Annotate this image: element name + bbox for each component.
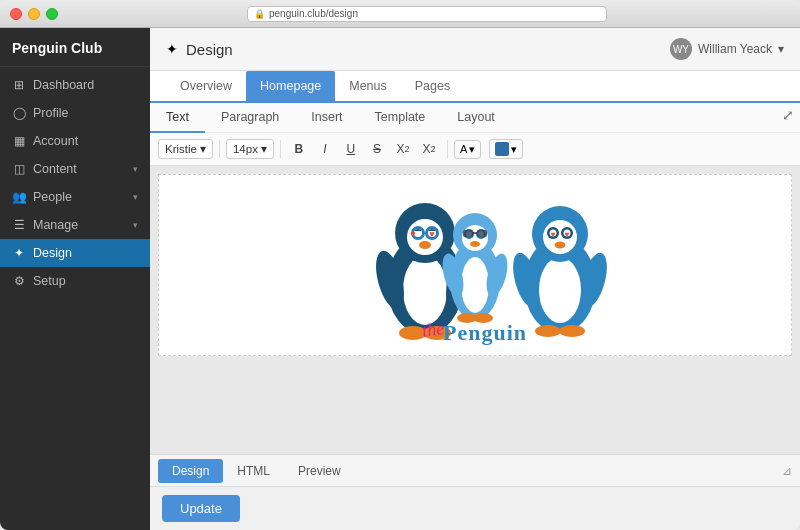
sidebar: Penguin Club ⊞ Dashboard ◯ Profile ▦ Acc… (0, 28, 150, 530)
tabs-bar: Overview Homepage Menus Pages (150, 71, 800, 103)
resize-handle-icon[interactable]: ⊿ (782, 464, 792, 478)
text-color-label: A (460, 143, 467, 155)
sidebar-item-manage[interactable]: ☰ Manage ▾ (0, 211, 150, 239)
svg-point-23 (470, 241, 480, 247)
svg-text:♥: ♥ (565, 230, 570, 239)
chevron-down-icon: ▾ (133, 164, 138, 174)
url-text: penguin.club/design (269, 8, 358, 19)
subscript-button[interactable]: X2 (417, 137, 441, 161)
content-icon: ◫ (12, 162, 26, 176)
svg-text:the: the (421, 318, 446, 341)
app-container: Penguin Club ⊞ Dashboard ◯ Profile ▦ Acc… (0, 28, 800, 530)
user-dropdown-icon: ▾ (778, 42, 784, 56)
toolbar-tab-text[interactable]: Text (150, 103, 205, 133)
font-size-dropdown-icon: ▾ (261, 142, 267, 156)
separator (447, 140, 448, 158)
bg-color-dropdown: ▾ (511, 143, 517, 156)
font-size-selector[interactable]: 14px ▾ (226, 139, 274, 159)
sidebar-nav: ⊞ Dashboard ◯ Profile ▦ Account ◫ Conten… (0, 67, 150, 530)
svg-point-39 (555, 242, 566, 249)
tab-homepage[interactable]: Homepage (246, 71, 335, 103)
design-page-icon: ✦ (166, 41, 178, 57)
avatar-initials: WY (673, 44, 689, 55)
avatar: WY (670, 38, 692, 60)
url-bar-area: 🔒 penguin.club/design (64, 6, 790, 22)
sidebar-item-people[interactable]: 👥 People ▾ (0, 183, 150, 211)
sidebar-item-label: Dashboard (33, 78, 94, 92)
bg-color-swatch (495, 142, 509, 156)
svg-point-34 (543, 220, 577, 254)
traffic-lights (10, 8, 58, 20)
design-icon: ✦ (12, 246, 26, 260)
profile-icon: ◯ (12, 106, 26, 120)
update-button[interactable]: Update (162, 495, 240, 522)
penguin-image: ♥ ♥ (159, 175, 791, 355)
sidebar-item-content[interactable]: ◫ Content ▾ (0, 155, 150, 183)
tab-overview[interactable]: Overview (166, 71, 246, 103)
svg-point-42 (535, 325, 561, 337)
sidebar-item-profile[interactable]: ◯ Profile (0, 99, 150, 127)
svg-rect-29 (477, 230, 487, 237)
url-bar[interactable]: 🔒 penguin.club/design (247, 6, 607, 22)
svg-point-8 (419, 241, 431, 249)
sidebar-item-label: Account (33, 134, 78, 148)
toolbar-tabs: Text Paragraph Insert Template Layout ⤢ (150, 103, 800, 133)
sidebar-item-account[interactable]: ▦ Account (0, 127, 150, 155)
font-size-value: 14px (233, 143, 258, 155)
toolbar-controls: Kristie ▾ 14px ▾ B I U S X2 X2 (150, 133, 800, 165)
italic-button[interactable]: I (313, 137, 337, 161)
tab-preview[interactable]: Preview (284, 459, 355, 483)
maximize-button[interactable] (46, 8, 58, 20)
expand-icon[interactable]: ⤢ (776, 103, 800, 127)
sidebar-item-setup[interactable]: ⚙ Setup (0, 267, 150, 295)
toolbar-tab-paragraph[interactable]: Paragraph (205, 103, 295, 133)
sidebar-item-label: People (33, 190, 72, 204)
page-header-left: ✦ Design (166, 41, 233, 58)
chevron-down-icon: ▾ (133, 192, 138, 202)
underline-button[interactable]: U (339, 137, 363, 161)
user-area[interactable]: WY William Yeack ▾ (670, 38, 784, 60)
setup-icon: ⚙ (12, 274, 26, 288)
close-button[interactable] (10, 8, 22, 20)
minimize-button[interactable] (28, 8, 40, 20)
bold-button[interactable]: B (287, 137, 311, 161)
sidebar-item-label: Manage (33, 218, 78, 232)
editor-wrapper: Text Paragraph Insert Template Layout ⤢ … (150, 103, 800, 486)
tab-menus[interactable]: Menus (335, 71, 401, 103)
tab-design[interactable]: Design (158, 459, 223, 483)
page-title: Design (186, 41, 233, 58)
font-selector[interactable]: Kristie ▾ (158, 139, 213, 159)
superscript-button[interactable]: X2 (391, 137, 415, 161)
sidebar-brand: Penguin Club (0, 28, 150, 67)
chevron-down-icon: ▾ (133, 220, 138, 230)
sidebar-item-dashboard[interactable]: ⊞ Dashboard (0, 71, 150, 99)
toolbar-tab-template[interactable]: Template (359, 103, 442, 133)
toolbar-tab-layout[interactable]: Layout (441, 103, 511, 133)
account-icon: ▦ (12, 134, 26, 148)
tab-html[interactable]: HTML (223, 459, 284, 483)
svg-point-32 (539, 257, 581, 323)
font-dropdown-icon: ▾ (200, 142, 206, 156)
sidebar-item-label: Profile (33, 106, 68, 120)
bottom-bar: Design HTML Preview ⊿ (150, 454, 800, 486)
people-icon: 👥 (12, 190, 26, 204)
toolbar-tab-insert[interactable]: Insert (295, 103, 358, 133)
username: William Yeack (698, 42, 772, 56)
svg-text:♥: ♥ (429, 229, 434, 239)
sidebar-item-design[interactable]: ✦ Design (0, 239, 150, 267)
svg-text:♥: ♥ (551, 230, 556, 239)
penguin-svg: ♥ ♥ (315, 185, 635, 345)
tab-pages[interactable]: Pages (401, 71, 464, 103)
text-color-button[interactable]: A ▾ (454, 140, 481, 159)
sidebar-item-label: Setup (33, 274, 66, 288)
bg-color-button[interactable]: ▾ (489, 139, 523, 159)
svg-text:♥: ♥ (410, 229, 415, 239)
editor-content-area[interactable]: ♥ ♥ (158, 174, 792, 356)
svg-rect-28 (463, 230, 473, 237)
main-content: ✦ Design WY William Yeack ▾ Overview Hom… (150, 28, 800, 530)
strikethrough-button[interactable]: S (365, 137, 389, 161)
editor-canvas[interactable]: ♥ ♥ (150, 166, 800, 454)
sidebar-item-label: Content (33, 162, 77, 176)
manage-icon: ☰ (12, 218, 26, 232)
titlebar: 🔒 penguin.club/design (0, 0, 800, 28)
